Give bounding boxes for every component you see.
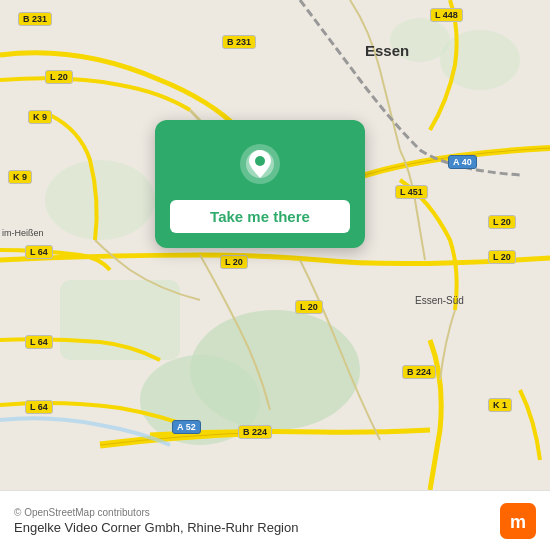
place-label-essen: Essen xyxy=(365,42,409,59)
moovit-logo: m xyxy=(500,503,536,539)
bottom-bar: © OpenStreetMap contributors Engelke Vid… xyxy=(0,490,550,550)
road-badge-l20-right: L 20 xyxy=(488,215,516,229)
location-card: Take me there xyxy=(155,120,365,248)
road-badge-l64-1: L 64 xyxy=(25,245,53,259)
svg-point-9 xyxy=(255,156,265,166)
road-badge-a52: A 52 xyxy=(172,420,201,434)
road-badge-l64-2: L 64 xyxy=(25,335,53,349)
road-badge-k9-top: K 9 xyxy=(28,110,52,124)
svg-rect-3 xyxy=(60,280,180,360)
road-badge-a40: A 40 xyxy=(448,155,477,169)
bottom-info: © OpenStreetMap contributors Engelke Vid… xyxy=(14,507,298,535)
place-label-heim-heissen: im-Heißen xyxy=(2,228,44,238)
road-badge-b231: B 231 xyxy=(18,12,52,26)
road-badge-l451: L 451 xyxy=(395,185,428,199)
road-badge-l448: L 448 xyxy=(430,8,463,22)
place-label-essen-sud: Essen-Süd xyxy=(415,295,464,306)
road-badge-b231-2: B 231 xyxy=(222,35,256,49)
road-badge-l20-top: L 20 xyxy=(45,70,73,84)
road-badge-l64-3: L 64 xyxy=(25,400,53,414)
moovit-icon: m xyxy=(500,503,536,539)
road-badge-b224-2: B 224 xyxy=(238,425,272,439)
road-badge-k9-left: K 9 xyxy=(8,170,32,184)
road-badge-l20-mid: L 20 xyxy=(220,255,248,269)
road-badge-b224-1: B 224 xyxy=(402,365,436,379)
road-badge-l20-far: L 20 xyxy=(488,250,516,264)
map-attribution: © OpenStreetMap contributors xyxy=(14,507,298,518)
svg-text:m: m xyxy=(510,512,526,532)
location-name: Engelke Video Corner Gmbh, Rhine-Ruhr Re… xyxy=(14,520,298,535)
svg-point-4 xyxy=(45,160,155,240)
take-me-there-button[interactable]: Take me there xyxy=(170,200,350,233)
road-badge-k1: K 1 xyxy=(488,398,512,412)
location-pin-icon xyxy=(236,140,284,188)
road-badge-l20-mid2: L 20 xyxy=(295,300,323,314)
map-container: B 231 L 448 L 20 K 9 K 9 L 451 L 64 L 20… xyxy=(0,0,550,490)
